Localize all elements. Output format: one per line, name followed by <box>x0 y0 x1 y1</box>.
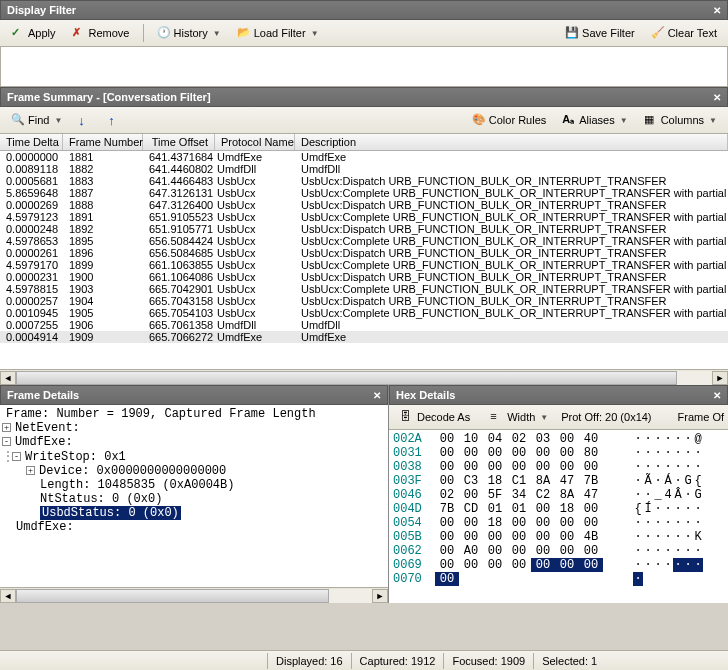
collapse-icon[interactable]: - <box>12 452 21 461</box>
table-row[interactable]: 4.59791231891651.9105523UsbUcxUsbUcx:Com… <box>0 211 728 223</box>
table-row[interactable]: 0.00002611896656.5084685UsbUcxUsbUcx:Dis… <box>0 247 728 259</box>
hex-row[interactable]: 003F00C318C18A477B·Ã·Á·G{ <box>389 474 728 488</box>
save-filter-button[interactable]: Save Filter <box>558 23 642 43</box>
clear-text-button[interactable]: Clear Text <box>644 23 724 43</box>
display-filter-toolbar: Apply Remove History▼ Load Filter▼ Save … <box>0 20 728 47</box>
frame-summary-toolbar: Find▼ Color Rules Aliases▼ Columns▼ <box>0 107 728 134</box>
tree-ntstatus[interactable]: NtStatus: 0 (0x0) <box>40 492 162 506</box>
clear-icon <box>651 26 665 40</box>
table-row[interactable]: 0.00891181882641.4460802UmdfDllUmdfDll <box>0 163 728 175</box>
tree-length[interactable]: Length: 10485835 (0xA0004B) <box>40 478 234 492</box>
statusbar: Displayed: 16 Captured: 1912 Focused: 19… <box>0 650 728 670</box>
color-rules-button[interactable]: Color Rules <box>465 110 553 130</box>
find-prev-button[interactable] <box>101 110 129 130</box>
close-icon[interactable]: ✕ <box>713 390 721 401</box>
tree-frame[interactable]: Frame: Number = 1909, Captured Frame Len… <box>6 407 316 421</box>
table-row[interactable]: 0.00002571904665.7043158UsbUcxUsbUcx:Dis… <box>0 295 728 307</box>
tree-writestop[interactable]: WriteStop: 0x1 <box>25 450 126 464</box>
table-row[interactable]: 0.00056811883641.4466483UsbUcxUsbUcx:Dis… <box>0 175 728 187</box>
close-icon[interactable]: ✕ <box>713 92 721 103</box>
arrow-up-icon <box>108 113 122 127</box>
width-button[interactable]: Width▼ <box>483 407 555 427</box>
hex-row[interactable]: 004D7BCD0101001800{Í····· <box>389 502 728 516</box>
hex-details-title: Hex Details <box>396 389 455 401</box>
chevron-down-icon: ▼ <box>709 116 717 125</box>
find-next-button[interactable] <box>71 110 99 130</box>
frame-off-label: Frame Of <box>678 411 724 423</box>
columns-button[interactable]: Columns▼ <box>637 110 724 130</box>
hex-row[interactable]: 004602005F34C28A47··_4Â·G <box>389 488 728 502</box>
table-row[interactable]: 4.59788151903665.7042901UsbUcxUsbUcx:Com… <box>0 283 728 295</box>
tree-usbdstatus[interactable]: UsbdStatus: 0 (0x0) <box>40 506 181 520</box>
table-row[interactable]: 0.00109451905665.7054103UsbUcxUsbUcx:Com… <box>0 307 728 319</box>
scroll-left-icon[interactable]: ◄ <box>0 589 16 603</box>
scroll-left-icon[interactable]: ◄ <box>0 371 16 385</box>
clock-icon <box>157 26 171 40</box>
find-button[interactable]: Find▼ <box>4 110 69 130</box>
scroll-thumb[interactable] <box>16 589 329 603</box>
expand-icon[interactable]: + <box>2 423 11 432</box>
hex-row[interactable]: 005400001800000000······· <box>389 516 728 530</box>
close-icon[interactable]: ✕ <box>373 390 381 401</box>
aliases-button[interactable]: Aliases▼ <box>555 110 634 130</box>
table-row[interactable]: 0.00002481892651.9105771UsbUcxUsbUcx:Dis… <box>0 223 728 235</box>
hex-details-header: Hex Details ✕ <box>389 385 728 405</box>
remove-button[interactable]: Remove <box>65 23 137 43</box>
grid-header: Time Delta Frame Number Time Offset Prot… <box>0 134 728 151</box>
table-row[interactable]: 4.59786531895656.5084424UsbUcxUsbUcx:Com… <box>0 235 728 247</box>
hex-row[interactable]: 005B0000000000004B······K <box>389 530 728 544</box>
hex-row[interactable]: 006900000000000000······· <box>389 558 728 572</box>
scroll-right-icon[interactable]: ► <box>372 589 388 603</box>
collapse-icon[interactable]: - <box>2 437 11 446</box>
table-row[interactable]: 5.86596481887647.3126131UsbUcxUsbUcx:Com… <box>0 187 728 199</box>
hex-body[interactable]: 002A00100402030040······@003100000000000… <box>389 430 728 603</box>
apply-button[interactable]: Apply <box>4 23 63 43</box>
table-row[interactable]: 0.00002691888647.3126400UsbUcxUsbUcx:Dis… <box>0 199 728 211</box>
prot-off-label: Prot Off: 20 (0x14) <box>561 411 651 423</box>
frame-summary-header: Frame Summary - [Conversation Filter] ✕ <box>0 87 728 107</box>
hex-toolbar: Decode As Width▼ Prot Off: 20 (0x14) Fra… <box>389 405 728 430</box>
load-filter-button[interactable]: Load Filter▼ <box>230 23 326 43</box>
x-icon <box>72 26 86 40</box>
decode-icon <box>400 410 414 424</box>
hex-row[interactable]: 002A00100402030040······@ <box>389 432 728 446</box>
chevron-down-icon: ▼ <box>311 29 319 38</box>
table-row[interactable]: 4.59791701899661.1063855UsbUcxUsbUcx:Com… <box>0 259 728 271</box>
hex-row[interactable]: 003100000000000080······· <box>389 446 728 460</box>
history-button[interactable]: History▼ <box>150 23 228 43</box>
scroll-right-icon[interactable]: ► <box>712 371 728 385</box>
status-displayed: Displayed: 16 <box>270 655 349 667</box>
frame-details-header: Frame Details ✕ <box>0 385 388 405</box>
filter-textarea[interactable] <box>0 47 728 87</box>
chevron-down-icon: ▼ <box>213 29 221 38</box>
col-time-delta[interactable]: Time Delta <box>0 134 63 150</box>
grid-body[interactable]: 0.00000001881641.4371684UmdfExeUmdfExe0.… <box>0 151 728 369</box>
col-protocol[interactable]: Protocol Name <box>215 134 295 150</box>
col-time-offset[interactable]: Time Offset <box>143 134 215 150</box>
decode-as-button[interactable]: Decode As <box>393 407 477 427</box>
expand-icon[interactable]: + <box>26 466 35 475</box>
col-frame-number[interactable]: Frame Number <box>63 134 143 150</box>
col-description[interactable]: Description <box>295 134 728 150</box>
table-row[interactable]: 0.00002311900661.1064086UsbUcxUsbUcx:Dis… <box>0 271 728 283</box>
close-icon[interactable]: ✕ <box>713 5 721 16</box>
hex-row[interactable]: 006200A00000000000······· <box>389 544 728 558</box>
h-scrollbar[interactable]: ◄ ► <box>0 587 388 603</box>
search-icon <box>11 113 25 127</box>
color-icon <box>472 113 486 127</box>
scroll-thumb[interactable] <box>16 371 677 385</box>
table-row[interactable]: 0.00072551906665.7061358UmdfDllUmdfDll <box>0 319 728 331</box>
table-row[interactable]: 0.00049141909665.7066272UmdfExeUmdfExe <box>0 331 728 343</box>
hex-row[interactable]: 003800000000000000······· <box>389 460 728 474</box>
h-scrollbar[interactable]: ◄ ► <box>0 369 728 385</box>
frame-details-tree[interactable]: Frame: Number = 1909, Captured Frame Len… <box>0 405 388 587</box>
tree-netevent[interactable]: NetEvent: <box>15 421 80 435</box>
chevron-down-icon: ▼ <box>540 413 548 422</box>
tree-umdfexe[interactable]: UmdfExe: <box>15 435 73 449</box>
display-filter-header: Display Filter ✕ <box>0 0 728 20</box>
table-row[interactable]: 0.00000001881641.4371684UmdfExeUmdfExe <box>0 151 728 163</box>
tree-device[interactable]: Device: 0x0000000000000000 <box>39 464 226 478</box>
hex-row[interactable]: 007000· <box>389 572 728 586</box>
separator <box>143 24 144 42</box>
tree-umdfexe2[interactable]: UmdfExe: <box>16 520 74 534</box>
